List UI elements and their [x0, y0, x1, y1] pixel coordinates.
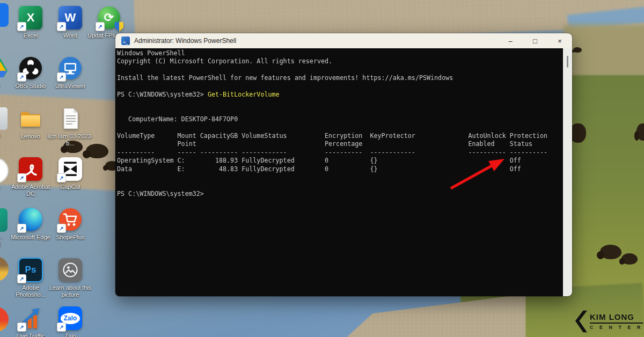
folder-icon: [18, 106, 43, 131]
zalo-icon: Zalo ↗: [58, 306, 83, 331]
picture-info-icon: [58, 258, 83, 282]
shortcut-arrow-icon: ↗: [17, 72, 26, 82]
shortcut-arrow-icon: ↗: [57, 224, 66, 233]
icon-label: CapCut: [47, 184, 93, 191]
capcut-icon: ↗: [58, 157, 83, 181]
logo-divider: [590, 323, 643, 324]
console-scrollbar[interactable]: [563, 48, 572, 296]
logo-line2: C E N T E R: [590, 325, 643, 330]
shortcut-arrow-icon: ↗: [57, 173, 66, 182]
bison: [621, 253, 638, 265]
bison: [600, 245, 621, 259]
icon-label: rive: [0, 83, 8, 90]
icon-label: ds - ut: [0, 234, 12, 248]
acrobat-icon: ↗: [18, 157, 43, 181]
desktop-icon-word[interactable]: W ↗ Word: [50, 5, 91, 39]
shortcut-arrow-icon: ↗: [17, 323, 26, 332]
icon-label: Bin: [0, 132, 9, 139]
icon-label: opy: [0, 186, 8, 193]
desktop-icon-lich-lam-document[interactable]: lịch làm 03-2023-b...: [50, 106, 91, 147]
kim-long-center-logo: KIM LONG C E N T E R: [575, 310, 643, 333]
minimize-button[interactable]: –: [498, 33, 523, 48]
shortcut-arrow-icon: ↗: [57, 72, 66, 82]
desktop-icon-lenovo-folder[interactable]: Lenovo: [10, 106, 51, 140]
photoshop-icon: Ps ↗: [18, 258, 43, 282]
icon-label: Learn about this picture: [47, 284, 93, 298]
powershell-icon: >_: [121, 36, 130, 45]
photoshop-letters: Ps: [25, 265, 36, 275]
obs-icon: ↗: [18, 56, 43, 80]
icon-label: Zalo: [47, 333, 93, 337]
excel-letter: X: [27, 11, 35, 25]
desktop-icon-zalo[interactable]: Zalo ↗ Zalo: [50, 306, 91, 337]
desktop-icon-partial-photo[interactable]: [0, 257, 9, 281]
console-output: Windows PowerShell Copyright (C) Microso…: [115, 48, 563, 296]
window-titlebar[interactable]: >_ Administrator: Windows PowerShell – □…: [115, 33, 572, 48]
shortcut-arrow-icon: ↗: [17, 173, 26, 182]
desktop-icon-partial-dsut[interactable]: ds - ut: [0, 208, 12, 248]
bison: [636, 123, 644, 141]
shortcut-arrow-icon: ↗: [57, 323, 66, 332]
bison: [570, 123, 586, 143]
shortcut-arrow-icon: ↗: [17, 224, 26, 233]
wallpaper-pebble-shore-bottom: [343, 294, 526, 337]
desktop-icon-shopeplus[interactable]: ↗ ShopePlus: [50, 207, 91, 241]
prompt-text: PS C:\WINDOWS\system32>: [117, 190, 208, 197]
shortcut-arrow-icon: ↗: [96, 22, 105, 31]
desktop-icon-microsoft-edge[interactable]: ↗ Microsoft Edge: [10, 207, 51, 241]
desktop-icon-partial-c[interactable]: C: [0, 3, 9, 36]
shopping-cart-icon: ↗: [58, 207, 83, 232]
update-icon: ⟳ ↗: [97, 5, 121, 30]
bison: [573, 47, 582, 53]
text-file-icon: [58, 106, 83, 131]
desktop-icon-partial-opy[interactable]: P opy: [0, 158, 9, 193]
desktop-icon-partial-red[interactable]: [0, 307, 9, 332]
sync-arrows-icon: ⟳: [104, 11, 114, 25]
traffic-chart-icon: ↗: [18, 306, 43, 331]
icon-label: lịch làm 03-2023-b...: [47, 133, 93, 147]
shortcut-arrow-icon: ↗: [57, 22, 66, 31]
shortcut-arrow-icon: ↗: [17, 22, 26, 31]
desktop-icon-live-traffic[interactable]: ↗ Live Traffic: [10, 306, 51, 337]
desktop-icon-partial-recycle-bin[interactable]: Bin: [0, 107, 9, 139]
maximize-button[interactable]: □: [523, 33, 547, 48]
zalo-wordmark: Zalo: [64, 314, 77, 322]
edge-icon: ↗: [18, 207, 43, 232]
desktop-icon-partial-drive[interactable]: rive: [0, 56, 8, 90]
prompt-text: PS C:\WINDOWS\system32>: [117, 91, 208, 98]
google-drive-icon: [0, 56, 8, 78]
desktop-icon-capcut[interactable]: ↗ CapCut: [50, 157, 91, 191]
word-letter: W: [65, 11, 76, 25]
word-icon: W ↗: [58, 5, 83, 30]
desktop-icon-learn-about-picture[interactable]: Learn about this picture: [50, 258, 91, 298]
icon-label: C: [0, 29, 9, 36]
shortcut-arrow-icon: ↗: [17, 274, 26, 283]
command-text: Get-BitLockerVolume: [208, 91, 280, 98]
desktop-icon-adobe-acrobat[interactable]: ↗ Adobe Acrobat DC: [10, 157, 51, 197]
desktop-icon-excel[interactable]: X ↗ Excel: [10, 5, 51, 39]
icon-label: ShopePlus: [47, 234, 93, 241]
powershell-window: >_ Administrator: Windows PowerShell – □…: [115, 33, 572, 296]
excel-icon: X ↗: [18, 5, 43, 30]
scrollbar-thumb[interactable]: [567, 56, 568, 68]
icon-label: UltraViewer: [47, 83, 93, 90]
ultraviewer-icon: ↗: [58, 56, 83, 80]
console-area: Windows PowerShell Copyright (C) Microso…: [115, 48, 572, 296]
window-title: Administrator: Windows PowerShell: [134, 37, 498, 45]
p-logo-icon: P: [0, 158, 9, 184]
desktop-icon-obs-studio[interactable]: ↗ OBS Studio: [10, 56, 51, 90]
desktop-icon-adobe-photoshop[interactable]: Ps ↗ Adobe Photosho...: [10, 258, 51, 298]
close-button[interactable]: ×: [547, 33, 572, 48]
desktop-icon-ultraviewer[interactable]: ↗ UltraViewer: [50, 56, 91, 90]
uac-shield-icon: [115, 22, 123, 32]
chevron-logo-icon: [575, 310, 587, 333]
logo-line1: KIM LONG: [590, 313, 643, 321]
